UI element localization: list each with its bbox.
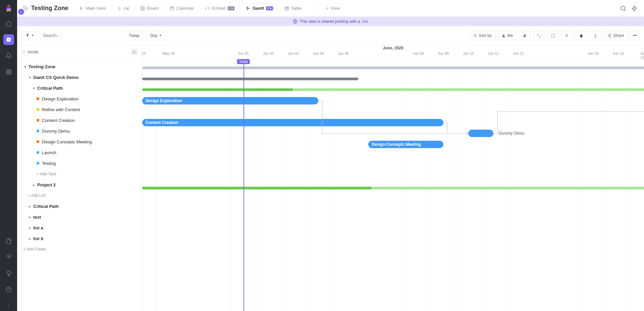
fullscreen-button[interactable] xyxy=(547,31,559,40)
zoom-select[interactable]: Day▼ xyxy=(147,31,165,40)
tab-board[interactable]: Board xyxy=(136,4,163,13)
date-header-cell: Jun 04 xyxy=(313,51,324,55)
add-column-button[interactable]: + xyxy=(131,49,137,55)
tree-item[interactable]: Refine with Content xyxy=(17,104,142,115)
tree-item-label: + Add Folder xyxy=(23,247,46,252)
svg-point-20 xyxy=(610,36,611,37)
tree-item-label: Content Creation xyxy=(42,118,75,123)
tree-item-label: + Add List xyxy=(28,193,46,198)
date-header-cell: Jun 12 xyxy=(513,51,524,55)
tree-item[interactable]: Dummy Demo xyxy=(17,126,142,136)
date-header-cell: Jun 05 xyxy=(338,51,349,55)
color-button[interactable] xyxy=(576,31,587,40)
search-input[interactable] xyxy=(41,31,118,40)
add-item-button[interactable]: + Add Folder xyxy=(17,244,142,255)
tree-item[interactable]: Design Concepts Meeting xyxy=(17,136,142,147)
plus-icon: + xyxy=(326,6,329,11)
tree-item[interactable]: ▸test xyxy=(17,212,142,222)
assignee-filter-button[interactable] xyxy=(519,31,531,40)
tasks-icon[interactable] xyxy=(3,34,14,45)
status-dot xyxy=(37,140,39,143)
automation-icon[interactable] xyxy=(631,5,638,12)
dashboards-icon[interactable] xyxy=(3,66,14,77)
tree-item-label: list a xyxy=(33,225,43,230)
share-button[interactable]: Share xyxy=(604,31,628,40)
pulse-icon[interactable] xyxy=(3,252,14,263)
collapse-button[interactable] xyxy=(533,31,545,40)
tree-item-label: Design Exploration xyxy=(42,96,78,101)
me-filter-button[interactable]: Me xyxy=(498,31,517,40)
summary-bar[interactable] xyxy=(142,88,293,91)
add-view-button[interactable]: + View xyxy=(322,4,344,13)
caret-right-icon: ▸ xyxy=(28,236,32,240)
svg-point-9 xyxy=(8,307,9,308)
tree-item-label: Project 2 xyxy=(37,182,56,187)
task-tree: ▾Testing Zone▾Gantt CS Quick Demo▾Critic… xyxy=(17,59,142,311)
caret-down-icon: ▾ xyxy=(32,86,36,90)
add-item-button[interactable]: + Add List xyxy=(17,190,142,201)
collapse-tree-icon[interactable] xyxy=(22,50,26,54)
reschedule-button[interactable] xyxy=(561,31,573,40)
breadcrumb[interactable]: Testing Zone xyxy=(23,5,68,12)
goals-icon[interactable] xyxy=(3,268,14,279)
tree-item[interactable]: ▾Gantt CS Quick Demo xyxy=(17,72,142,83)
docs-icon[interactable] xyxy=(3,236,14,247)
page-title: Testing Zone xyxy=(31,5,68,12)
today-button[interactable]: Today xyxy=(125,31,143,40)
status-dot xyxy=(37,108,39,111)
task-bar[interactable]: Design Concepts Meeting xyxy=(368,141,443,148)
status-dot xyxy=(37,119,39,122)
tab-table[interactable]: Table xyxy=(280,4,306,13)
tree-item[interactable]: ▾Testing Zone xyxy=(17,61,142,72)
tree-item[interactable]: ▸Project 2 xyxy=(17,179,142,190)
svg-point-8 xyxy=(8,305,9,306)
add-item-button[interactable]: + Add Task xyxy=(17,169,142,179)
tree-item[interactable]: Launch xyxy=(17,147,142,158)
caret-right-icon: ▸ xyxy=(28,215,32,219)
export-button[interactable] xyxy=(590,31,601,40)
tree-item[interactable]: Design Exploration xyxy=(17,93,142,104)
tree-item[interactable]: ▸Critical Path xyxy=(17,201,142,212)
tab-cal[interactable]: cal xyxy=(113,4,133,13)
more-options-button[interactable]: ••• xyxy=(630,31,639,40)
tab-gantt[interactable]: Gantt3 ▾ xyxy=(241,3,277,13)
expand-sidebar-button[interactable]: › xyxy=(18,9,24,15)
svg-point-13 xyxy=(621,6,625,10)
help-icon[interactable] xyxy=(3,284,14,295)
sort-button[interactable]: Sort by xyxy=(470,31,495,40)
status-dot xyxy=(37,97,39,100)
task-bar[interactable]: Design Exploration xyxy=(142,97,318,104)
more-icon[interactable] xyxy=(3,300,14,311)
tab-main-view[interactable]: Main View xyxy=(75,4,110,13)
tree-item[interactable]: Content Creation xyxy=(17,115,142,126)
notifications-icon[interactable] xyxy=(3,50,14,61)
svg-rect-11 xyxy=(170,7,174,10)
tree-item-label: Gantt CS Quick Demo xyxy=(33,75,78,80)
tree-item[interactable]: ▾Critical Path xyxy=(17,83,142,93)
summary-bar[interactable] xyxy=(142,187,372,189)
svg-point-15 xyxy=(503,34,504,36)
caret-right-icon: ▸ xyxy=(32,183,36,187)
tab-calendar[interactable]: Calendar xyxy=(166,4,198,13)
filter-button[interactable]: ▼ xyxy=(22,31,38,40)
svg-point-16 xyxy=(524,34,525,36)
tab-embed[interactable]: Embed2 ▾ xyxy=(201,4,239,13)
summary-bar[interactable] xyxy=(142,78,358,80)
date-header-cell: Jun 03 xyxy=(288,51,299,55)
tree-item-label: Refine with Content xyxy=(42,107,80,112)
svg-rect-2 xyxy=(9,70,11,71)
nav-rail: › xyxy=(0,0,17,311)
home-icon[interactable] xyxy=(3,18,14,29)
name-column-header: NAME xyxy=(28,50,39,54)
tree-item[interactable]: ▸list a xyxy=(17,222,142,233)
gantt-chart[interactable]: June, 2020 28May 29Jun 01Jun 02Jun 03Jun… xyxy=(142,45,644,311)
tree-item[interactable]: ▸list b xyxy=(17,233,142,244)
svg-point-17 xyxy=(525,35,526,36)
app-logo[interactable]: › xyxy=(4,3,13,13)
search-icon[interactable] xyxy=(620,5,627,12)
summary-bar[interactable] xyxy=(142,66,644,69)
globe-icon xyxy=(293,19,298,24)
tree-item[interactable]: Testing xyxy=(17,158,142,169)
tree-item-label: Testing Zone xyxy=(29,64,55,69)
share-link[interactable]: link xyxy=(362,19,368,24)
